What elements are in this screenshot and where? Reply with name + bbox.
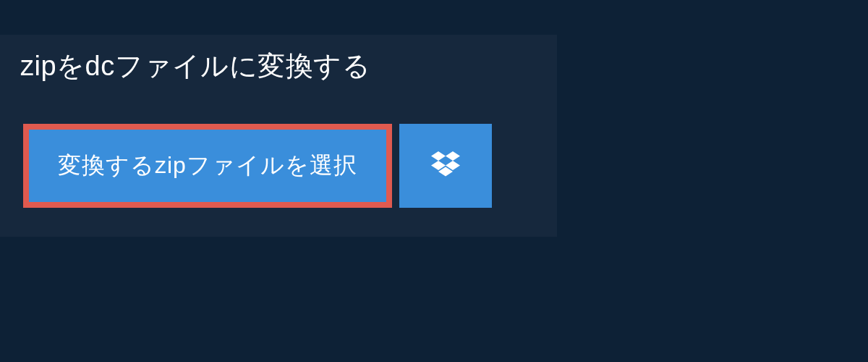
title-bar: zipをdcファイルに変換する	[0, 35, 433, 98]
converter-panel: zipをdcファイルに変換する 変換するzipファイルを選択	[0, 35, 557, 237]
dropbox-button[interactable]	[399, 124, 492, 208]
dropbox-icon	[431, 151, 460, 180]
button-row: 変換するzipファイルを選択	[23, 124, 557, 208]
select-file-button[interactable]: 変換するzipファイルを選択	[23, 124, 392, 208]
select-file-label: 変換するzipファイルを選択	[58, 150, 357, 182]
page-title: zipをdcファイルに変換する	[20, 48, 412, 85]
